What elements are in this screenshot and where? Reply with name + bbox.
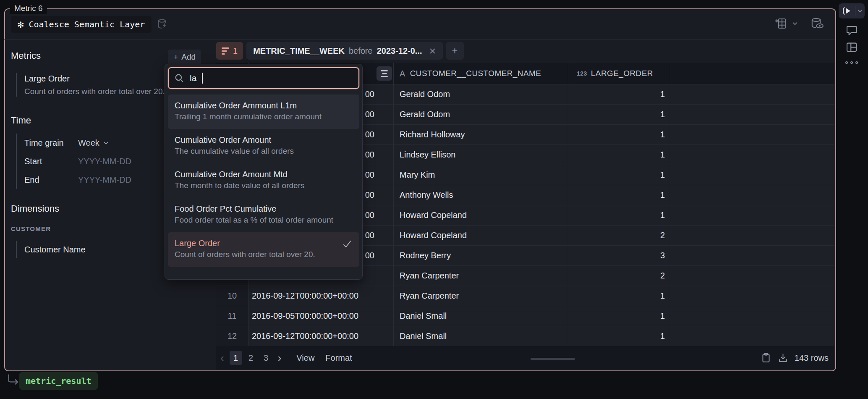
dropdown-item-description: The cumulative value of all orders: [175, 146, 353, 157]
source-chip[interactable]: ✻ Coalesce Semantic Layer: [11, 16, 152, 33]
empty-cell: [670, 306, 834, 326]
table-footer: ‹ 1 2 3 › View Format: [216, 346, 834, 370]
metric-time-cell: 2016-09-12T00:00:00+00:00: [248, 326, 394, 346]
layout-icon[interactable]: [845, 41, 858, 54]
dropdown-item-description: The month to date value of all orders: [175, 180, 353, 191]
empty-cell: [670, 246, 834, 265]
cell-header-actions: [774, 17, 824, 30]
column-label: CUSTOMER__CUSTOMER_NAME: [410, 69, 541, 78]
dropdown-list: Cumulative Order Ammount L1m Trailing 1 …: [165, 92, 362, 270]
empty-cell: [670, 84, 834, 104]
result-variable-chip[interactable]: metric_result: [19, 372, 98, 390]
column-header-large-order[interactable]: 123 LARGE_ORDER: [568, 63, 670, 84]
format-menu[interactable]: Format: [325, 353, 352, 363]
insert-table-icon[interactable]: [774, 17, 787, 30]
filter-chip[interactable]: METRIC_TIME__WEEK before 2023-12-0...: [246, 42, 442, 60]
large-order-cell: 1: [568, 286, 670, 306]
add-metric-button[interactable]: + Add: [168, 50, 201, 65]
large-order-cell: 1: [568, 165, 670, 185]
search-query: la: [190, 73, 196, 83]
customer-name-cell: Daniel Small: [394, 326, 568, 346]
metrics-heading: Metrics: [11, 50, 41, 61]
empty-cell: [670, 226, 834, 245]
prev-page-icon[interactable]: ‹: [216, 352, 228, 363]
view-menu[interactable]: View: [296, 353, 314, 363]
dropdown-item[interactable]: Cumulative Order Ammount L1m Trailing 1 …: [168, 94, 359, 129]
coalesce-logo-icon: ✻: [18, 19, 24, 29]
plus-icon: +: [452, 45, 458, 57]
metric-search-dropdown: la Cumulative Order Ammount L1m Trailing…: [165, 64, 363, 280]
search-input[interactable]: la: [168, 67, 359, 89]
dropdown-item-description: Food order total as a % of total order a…: [175, 215, 353, 226]
dropdown-item[interactable]: Cumulative Order Amount The cumulative v…: [168, 129, 359, 163]
dropdown-item[interactable]: Large Order Count of orders with order t…: [168, 232, 359, 267]
text-type-icon: A: [400, 69, 405, 79]
number-type-icon: 123: [577, 70, 587, 77]
dropdown-item[interactable]: Cumulative Order Amount Mtd The month to…: [168, 163, 359, 198]
table-row[interactable]: 12 2016-09-12T00:00:00+00:00 Daniel Smal…: [216, 326, 834, 346]
filter-field: METRIC_TIME__WEEK: [253, 46, 345, 56]
dimension-item-label: Customer Name: [24, 245, 86, 255]
filter-value: 2023-12-0...: [377, 46, 422, 56]
download-icon[interactable]: [777, 352, 789, 364]
cell-title: Metric 6: [10, 3, 47, 14]
dropdown-item[interactable]: Food Order Pct Cumulative Food order tot…: [168, 198, 359, 232]
filter-operator: before: [349, 46, 373, 56]
column-header-customer-name[interactable]: A CUSTOMER__CUSTOMER_NAME: [394, 63, 568, 84]
metrics-section-header: Metrics + Add: [11, 50, 212, 66]
plus-icon: +: [173, 52, 178, 62]
add-filter-button[interactable]: +: [446, 42, 464, 60]
filter-bar: 1 METRIC_TIME__WEEK before 2023-12-0... …: [216, 42, 464, 60]
empty-column-header: [670, 63, 834, 84]
check-icon: [342, 239, 353, 249]
customer-name-cell: Ryan Carpenter: [394, 266, 568, 286]
customer-name-cell: Daniel Small: [394, 306, 568, 326]
empty-cell: [670, 185, 834, 205]
dimensions-heading: Dimensions: [11, 203, 59, 214]
large-order-cell: 1: [568, 306, 670, 326]
page-button[interactable]: 2: [245, 351, 257, 365]
more-dots-icon[interactable]: [845, 61, 858, 64]
customer-name-cell: Gerald Odom: [394, 84, 568, 104]
database-eye-icon[interactable]: [810, 17, 824, 30]
run-cell-button[interactable]: [839, 3, 865, 18]
empty-cell: [670, 205, 834, 225]
customer-name-cell: Howard Copeland: [394, 226, 568, 245]
customer-name-cell: Howard Copeland: [394, 205, 568, 225]
time-row-label: End: [24, 175, 78, 185]
dropdown-item-title: Cumulative Order Ammount L1m: [175, 100, 353, 111]
filter-icon: [222, 47, 229, 55]
text-caret: [202, 73, 203, 84]
page-button[interactable]: 1: [230, 351, 242, 365]
chevron-down-icon[interactable]: [855, 8, 865, 14]
rows-count: 143 rows: [795, 353, 829, 363]
table-row[interactable]: 10 2016-09-12T00:00:00+00:00 Ryan Carpen…: [216, 286, 834, 306]
time-heading: Time: [11, 115, 31, 126]
customer-name-cell: Ryan Carpenter: [394, 286, 568, 306]
chevron-down-icon[interactable]: [792, 20, 798, 27]
large-order-cell: 1: [568, 326, 670, 346]
filter-count-chip[interactable]: 1: [216, 42, 243, 60]
empty-cell: [670, 266, 834, 286]
customer-name-cell: Mary Kim: [394, 165, 568, 185]
customer-name-cell: Lindsey Ellison: [394, 145, 568, 165]
next-page-icon[interactable]: ›: [274, 352, 286, 363]
table-row[interactable]: 11 2016-09-05T00:00:00+00:00 Daniel Smal…: [216, 306, 834, 326]
time-row-value: Week: [78, 138, 99, 148]
database-bolt-icon[interactable]: [157, 18, 168, 31]
time-row-placeholder: YYYY-MM-DD: [78, 157, 131, 166]
horizontal-scrollbar[interactable]: [531, 358, 575, 360]
table-footer-right: 143 rows: [761, 346, 829, 370]
time-row-label: Start: [24, 157, 78, 166]
row-number-cell: 11: [216, 306, 248, 326]
empty-cell: [670, 105, 834, 124]
copy-icon[interactable]: [761, 352, 771, 364]
row-number-cell: 12: [216, 326, 248, 346]
close-icon[interactable]: [429, 47, 436, 55]
page-button[interactable]: 3: [260, 351, 272, 365]
chevron-down-icon: [103, 140, 109, 146]
header-divider: [4, 39, 834, 40]
dropdown-item-title: Food Order Pct Cumulative: [175, 203, 353, 215]
column-filter-indicator-icon[interactable]: [376, 66, 392, 81]
comment-icon[interactable]: [845, 24, 858, 37]
